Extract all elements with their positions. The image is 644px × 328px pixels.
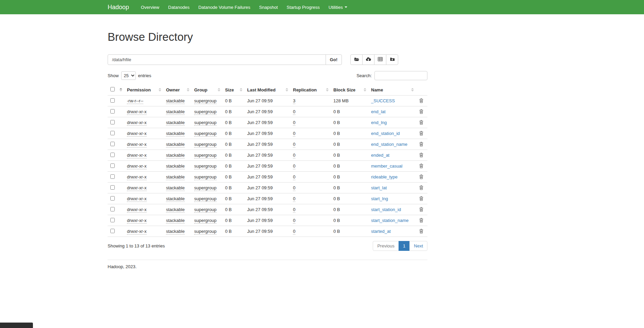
last-modified-cell: Jun 27 09:59 — [244, 161, 290, 172]
last-modified-cell: Jun 27 09:59 — [244, 139, 290, 150]
file-name-link[interactable]: started_at — [371, 229, 391, 234]
nav-overview[interactable]: Overview — [136, 0, 164, 14]
nav-startup-progress[interactable]: Startup Progress — [282, 0, 324, 14]
block-size-cell: 0 B — [331, 128, 368, 139]
file-name-link[interactable]: ended_at — [371, 153, 389, 158]
nav-datanodes[interactable]: Datanodes — [164, 0, 194, 14]
header-group[interactable]: Group — [191, 84, 222, 96]
delete-button[interactable] — [419, 163, 424, 169]
nav-utilities-dropdown[interactable]: Utilities — [324, 0, 352, 14]
pagination-page-1[interactable]: 1 — [399, 241, 410, 251]
replication-cell: 0 — [293, 196, 295, 202]
header-size[interactable]: Size — [222, 84, 244, 96]
block-size-cell: 0 B — [331, 215, 368, 226]
delete-button[interactable] — [419, 185, 424, 191]
delete-button[interactable] — [419, 141, 424, 147]
owner-cell: stackable — [166, 196, 185, 202]
header-owner[interactable]: Owner — [163, 84, 191, 96]
search-input[interactable] — [374, 71, 427, 80]
file-name-link[interactable]: start_lat — [371, 185, 387, 190]
table-header-row: Permission Owner Group Size Last Modifie… — [108, 84, 427, 96]
nav-datanode-volume-failures[interactable]: Datanode Volume Failures — [194, 0, 255, 14]
row-checkbox[interactable] — [110, 142, 115, 146]
group-cell: supergroup — [194, 98, 217, 104]
trash-icon — [419, 164, 423, 169]
delete-button[interactable] — [419, 195, 424, 202]
row-checkbox[interactable] — [110, 98, 115, 103]
sort-icon — [240, 88, 242, 91]
owner-cell: stackable — [166, 174, 185, 180]
table-row: drwxr-xr-x stackable supergroup 0 B Jun … — [108, 150, 427, 161]
trash-icon — [419, 142, 423, 148]
brand-hadoop[interactable]: Hadoop — [108, 4, 129, 11]
row-checkbox[interactable] — [110, 131, 115, 135]
delete-button[interactable] — [419, 119, 424, 125]
file-name-link[interactable]: end_lat — [371, 109, 386, 114]
header-last-modified[interactable]: Last Modified — [244, 84, 290, 96]
sort-icon — [326, 88, 329, 91]
delete-button[interactable] — [419, 98, 424, 104]
delete-button[interactable] — [419, 217, 424, 223]
file-name-link[interactable]: end_lng — [371, 120, 387, 125]
file-name-link[interactable]: end_station_id — [371, 131, 400, 136]
move-button[interactable] — [386, 54, 398, 65]
owner-cell: stackable — [166, 185, 185, 191]
trash-icon — [419, 153, 423, 158]
header-permission[interactable]: Permission — [124, 84, 163, 96]
row-checkbox[interactable] — [110, 229, 115, 233]
delete-button[interactable] — [419, 206, 424, 212]
file-name-link[interactable]: start_lng — [371, 196, 388, 201]
set-quota-button[interactable] — [374, 54, 386, 65]
last-modified-cell: Jun 27 09:59 — [244, 226, 290, 237]
file-name-link[interactable]: _SUCCESS — [371, 98, 395, 103]
block-size-cell: 0 B — [331, 139, 368, 150]
header-select-all[interactable] — [108, 84, 124, 96]
permission-cell: drwxr-xr-x — [127, 229, 147, 235]
block-size-cell: 0 B — [331, 117, 368, 128]
last-modified-cell: Jun 27 09:59 — [244, 96, 290, 106]
sort-icon — [286, 88, 288, 91]
create-directory-button[interactable] — [350, 54, 363, 65]
block-size-cell: 0 B — [331, 226, 368, 237]
pagination-previous[interactable]: Previous — [373, 241, 399, 251]
select-all-checkbox[interactable] — [110, 87, 115, 91]
row-checkbox[interactable] — [110, 218, 115, 222]
header-replication[interactable]: Replication — [290, 84, 331, 96]
go-button[interactable]: Go! — [326, 54, 342, 65]
row-checkbox[interactable] — [110, 153, 115, 157]
table-row: drwxr-xr-x stackable supergroup 0 B Jun … — [108, 117, 427, 128]
page-size-select[interactable]: 25 — [121, 71, 136, 80]
header-block-size[interactable]: Block Size — [331, 84, 368, 96]
row-checkbox[interactable] — [110, 174, 115, 179]
row-checkbox[interactable] — [110, 120, 115, 124]
file-name-link[interactable]: start_station_name — [371, 218, 409, 223]
delete-button[interactable] — [419, 108, 424, 115]
directory-path-input[interactable] — [108, 54, 326, 65]
pagination-next[interactable]: Next — [410, 241, 427, 251]
file-name-link[interactable]: end_station_name — [371, 142, 407, 147]
file-name-link[interactable]: start_station_id — [371, 207, 401, 212]
file-name-link[interactable]: member_casual — [371, 163, 403, 169]
row-checkbox[interactable] — [110, 196, 115, 201]
table-row: drwxr-xr-x stackable supergroup 0 B Jun … — [108, 183, 427, 193]
owner-cell: stackable — [166, 120, 185, 126]
table-row: drwxr-xr-x stackable supergroup 0 B Jun … — [108, 139, 427, 150]
upload-files-button[interactable] — [362, 54, 374, 65]
row-checkbox[interactable] — [110, 207, 115, 211]
trash-icon — [419, 121, 423, 126]
row-checkbox[interactable] — [110, 109, 115, 114]
cloud-upload-icon — [366, 57, 371, 62]
delete-button[interactable] — [419, 174, 424, 180]
delete-button[interactable] — [419, 130, 424, 136]
row-checkbox[interactable] — [110, 185, 115, 190]
trash-icon — [419, 99, 423, 104]
owner-cell: stackable — [166, 229, 185, 235]
delete-button[interactable] — [419, 152, 424, 158]
trash-icon — [419, 110, 423, 115]
header-name[interactable]: Name — [368, 84, 416, 96]
file-name-link[interactable]: rideable_type — [371, 174, 398, 179]
last-modified-cell: Jun 27 09:59 — [244, 193, 290, 204]
nav-snapshot[interactable]: Snapshot — [255, 0, 282, 14]
delete-button[interactable] — [419, 228, 424, 234]
row-checkbox[interactable] — [110, 163, 115, 168]
